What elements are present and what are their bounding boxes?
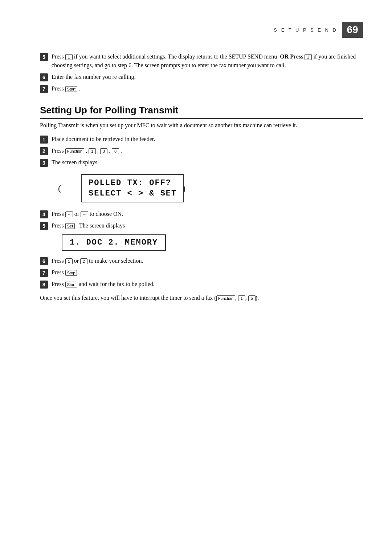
step-7-number: 7 bbox=[40, 269, 48, 277]
once-close: ). bbox=[256, 295, 259, 301]
lcd-left-paren: ( bbox=[58, 184, 61, 193]
step-7-key: Stop bbox=[65, 270, 77, 276]
step-1: 1 Place document to be retrieved in the … bbox=[40, 135, 363, 144]
step-5-cont: Press Set . The screen displays bbox=[52, 221, 363, 230]
step-2-key1: Function bbox=[65, 148, 84, 154]
step-4-content: Press ← or → to choose ON. bbox=[52, 210, 363, 218]
step-8-number: 8 bbox=[40, 281, 48, 289]
step-8: 8 Press Start and wait for the fax to be… bbox=[40, 280, 363, 289]
step-5-num: 5 bbox=[40, 222, 48, 230]
step-8-content: Press Start and wait for the fax to be p… bbox=[52, 280, 363, 289]
step-6-key1: 1 bbox=[65, 258, 73, 264]
step-5-k: Set bbox=[65, 223, 75, 229]
step-7-key: Start bbox=[65, 86, 77, 92]
lcd-screen-2: 1. DOC 2. MEMORY bbox=[62, 234, 166, 251]
step-5-key2: 2 bbox=[305, 54, 312, 60]
step-5-key1: 1 bbox=[65, 54, 73, 60]
step-5-before-content: Press 1 if you want to select additional… bbox=[52, 52, 363, 70]
step-7-t1: Press bbox=[52, 269, 64, 275]
step-2-comma2: , bbox=[97, 148, 99, 154]
step-5: 5 Press Set . The screen displays bbox=[40, 221, 363, 230]
lcd-line1: POLLED TX: OFF? bbox=[89, 178, 177, 188]
step-6-key2: 2 bbox=[80, 258, 87, 264]
step-3-number: 3 bbox=[40, 159, 48, 167]
once-key1: Function bbox=[216, 295, 235, 301]
header-right: S E T U P S E N D 69 bbox=[274, 22, 363, 38]
setup-send-label: S E T U P S E N D bbox=[274, 27, 338, 33]
step-3: 3 The screen displays bbox=[40, 158, 363, 167]
step-8-key: Start bbox=[65, 282, 77, 287]
step-5-before-number: 5 bbox=[40, 53, 48, 61]
step-7-before-content: Press Start . bbox=[52, 84, 363, 93]
page: S E T U P S E N D 69 5 Press 1 if you wa… bbox=[0, 0, 392, 552]
step-6-before-content: Enter the fax number you re calling. bbox=[52, 73, 363, 81]
lcd-display-2: 1. DOC 2. MEMORY bbox=[40, 231, 363, 254]
page-header: S E T U P S E N D 69 bbox=[40, 22, 363, 38]
step-4-arrow-right: → bbox=[81, 211, 88, 217]
lcd-screen-1: POLLED TX: OFF? SELECT < > & SET bbox=[81, 174, 184, 202]
step-6-text1: Press bbox=[52, 258, 64, 264]
step-7-text2: . bbox=[79, 85, 80, 92]
step-5-before: 5 Press 1 if you want to select addition… bbox=[40, 52, 363, 70]
step-6-before-number: 6 bbox=[40, 73, 48, 81]
lcd-line2: SELECT < > & SET bbox=[89, 189, 177, 198]
step-4-number: 4 bbox=[40, 210, 48, 218]
step-6-or: or bbox=[74, 258, 79, 264]
step-7-before: 7 Press Start . bbox=[40, 84, 363, 93]
step-2: 2 Press Function , 1 , 3 , 8 . bbox=[40, 146, 363, 155]
once-text-part1: Once you set this feature, you will have… bbox=[40, 295, 216, 301]
step-2-key2: 1 bbox=[89, 148, 96, 154]
once-comma1: , bbox=[235, 295, 237, 301]
step-2-number: 2 bbox=[40, 147, 48, 155]
step-1-number: 1 bbox=[40, 136, 48, 144]
step-5-text2: if you want to select additional setting… bbox=[74, 53, 280, 60]
step-5-t1: Press bbox=[52, 222, 64, 229]
step-4-text2: to choose ON. bbox=[90, 211, 123, 217]
once-key3: 5 bbox=[248, 295, 256, 301]
step-6: 6 Press 1 or 2 to make your selection. bbox=[40, 257, 363, 265]
step-1-content: Place document to be retrieved in the fe… bbox=[52, 135, 363, 144]
step-7: 7 Press Stop . bbox=[40, 268, 363, 277]
step-7-t2: . bbox=[78, 269, 80, 275]
step-7-before-number: 7 bbox=[40, 85, 48, 93]
section-heading: Setting Up for Polling Transmit bbox=[40, 105, 363, 119]
step-8-t2: and wait for the fax to be polled. bbox=[79, 281, 155, 287]
step-2-key4: 8 bbox=[112, 148, 119, 154]
step-6-number: 6 bbox=[40, 257, 48, 265]
step-4-or: or bbox=[74, 211, 79, 217]
step-6-text2: to make your selection. bbox=[89, 258, 143, 264]
step-2-text1: Press bbox=[52, 148, 64, 154]
page-number: 69 bbox=[342, 22, 363, 38]
step-7-content: Press Stop . bbox=[52, 268, 363, 277]
step-5-text1: Press bbox=[52, 53, 64, 60]
section-intro: Polling Transmit is when you set up your… bbox=[40, 121, 363, 130]
step-6-content: Press 1 or 2 to make your selection. bbox=[52, 257, 363, 265]
step-2-period: . bbox=[121, 148, 122, 154]
step-7-text1: Press bbox=[52, 85, 64, 92]
once-comma2: , bbox=[245, 295, 247, 301]
step-6-before: 6 Enter the fax number you re calling. bbox=[40, 73, 363, 81]
step-3-content: The screen displays bbox=[52, 158, 363, 167]
once-key2: 1 bbox=[238, 295, 245, 301]
lcd-display-1: ( POLLED TX: OFF? SELECT < > & SET ) bbox=[58, 170, 363, 206]
once-paragraph: Once you set this feature, you will have… bbox=[40, 294, 363, 302]
step-2-comma1: , bbox=[86, 148, 87, 154]
step-4-text1: Press bbox=[52, 211, 64, 217]
step-2-key3: 3 bbox=[100, 148, 107, 154]
step-2-comma3: , bbox=[109, 148, 110, 154]
step-2-content: Press Function , 1 , 3 , 8 . bbox=[52, 146, 363, 155]
step-8-t1: Press bbox=[52, 281, 64, 287]
step-4-arrow-left: ← bbox=[65, 211, 73, 217]
step-5-t2: . The screen displays bbox=[76, 222, 125, 229]
step-4: 4 Press ← or → to choose ON. bbox=[40, 210, 363, 218]
or-press-label: OR Press bbox=[280, 53, 303, 60]
